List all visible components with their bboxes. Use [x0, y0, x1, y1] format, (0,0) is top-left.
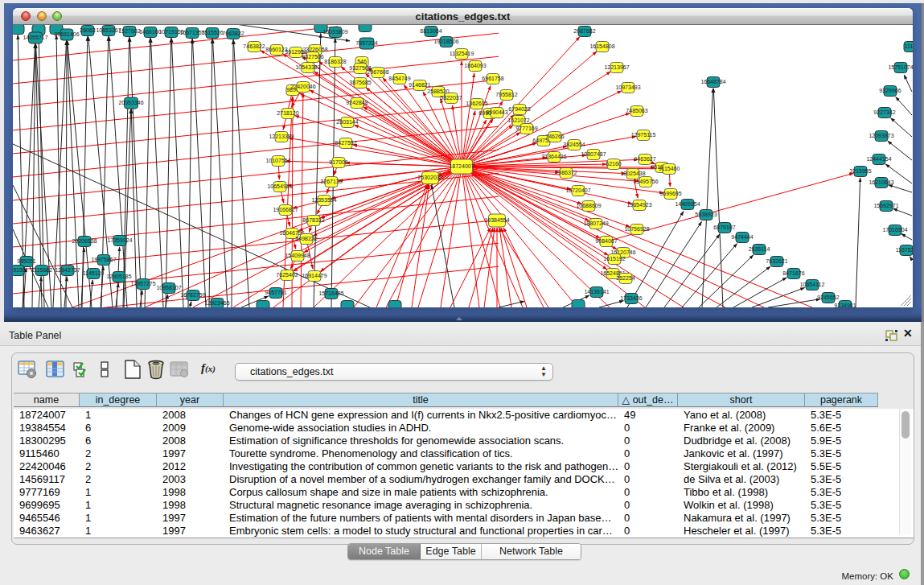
svg-text:12444154: 12444154	[866, 156, 891, 162]
svg-text:17359924: 17359924	[107, 237, 132, 243]
svg-text:16914479: 16914479	[302, 273, 326, 278]
svg-text:20691406: 20691406	[54, 31, 79, 37]
svg-text:19218506: 19218506	[433, 39, 458, 44]
svg-text:7857224: 7857224	[355, 40, 377, 46]
svg-text:5938923: 5938923	[695, 212, 717, 217]
svg-text:26063: 26063	[80, 27, 96, 33]
svg-text:5498222: 5498222	[295, 236, 317, 241]
svg-text:10756928: 10756928	[624, 226, 649, 232]
svg-text:9777169: 9777169	[515, 126, 537, 131]
svg-text:20206538: 20206538	[72, 238, 97, 244]
svg-text:9474444: 9474444	[731, 234, 753, 240]
svg-text:12975115: 12975115	[631, 132, 656, 138]
svg-text:9242848: 9242848	[346, 100, 368, 105]
svg-text:19975867: 19975867	[91, 257, 116, 262]
svg-text:12923465: 12923465	[204, 300, 229, 306]
svg-text:7986372: 7986372	[555, 170, 577, 175]
svg-text:15692971: 15692971	[873, 203, 898, 208]
svg-text:1527602: 1527602	[118, 28, 140, 34]
svg-text:14136141: 14136141	[584, 289, 609, 295]
svg-text:8454749: 8454749	[388, 76, 410, 81]
svg-text:1115682: 1115682	[31, 267, 52, 273]
svg-text:6879197: 6879197	[713, 225, 735, 230]
svg-text:8813054: 8813054	[420, 28, 441, 34]
svg-text:14055717: 14055717	[23, 35, 47, 40]
svg-text:15720407: 15720407	[565, 187, 590, 193]
svg-text:17016504: 17016504	[882, 227, 907, 233]
svg-text:18724007: 18724007	[449, 163, 474, 169]
svg-text:9327506: 9327506	[302, 54, 323, 60]
svg-text:10543382: 10543382	[295, 64, 320, 70]
svg-text:10653267: 10653267	[96, 27, 121, 33]
svg-text:9084067: 9084067	[595, 238, 617, 244]
svg-text:8186328: 8186328	[324, 59, 346, 64]
svg-text:7463822: 7463822	[243, 43, 265, 49]
svg-text:1112: 1112	[905, 43, 913, 49]
svg-text:9329966: 9329966	[879, 88, 901, 93]
svg-text:12942737: 12942737	[55, 267, 80, 273]
svg-text:10654923: 10654923	[267, 183, 292, 189]
svg-text:10688609: 10688609	[576, 203, 601, 208]
svg-text:12905185: 12905185	[106, 274, 131, 279]
svg-text:17957275: 17957275	[130, 281, 155, 286]
svg-text:15716485: 15716485	[318, 290, 343, 296]
svg-text:9234981: 9234981	[834, 303, 856, 307]
svg-text:10807487: 10807487	[581, 151, 606, 157]
svg-text:7632621: 7632621	[766, 258, 787, 264]
svg-text:8678332: 8678332	[302, 217, 324, 223]
svg-text:22420046: 22420046	[290, 84, 315, 89]
svg-text:12213389: 12213389	[269, 134, 294, 139]
svg-text:9227342: 9227342	[873, 109, 895, 115]
svg-text:2803144: 2803144	[336, 119, 358, 125]
svg-text:20053346: 20053346	[118, 100, 143, 105]
svg-text:1621072: 1621072	[507, 117, 529, 123]
svg-text:19654923: 19654923	[626, 202, 651, 208]
svg-text:19166827: 19166827	[273, 207, 298, 212]
svg-text:6961758: 6961758	[482, 76, 503, 81]
svg-text:9699695: 9699695	[659, 191, 681, 196]
svg-text:19384554: 19384554	[484, 217, 509, 223]
svg-text:917006: 917006	[329, 159, 347, 165]
svg-text:7955812: 7955812	[495, 92, 517, 97]
svg-text:8427552: 8427552	[335, 140, 356, 146]
svg-text:7485063: 7485063	[626, 108, 647, 113]
svg-text:1167534: 1167534	[896, 247, 913, 253]
svg-text:8990443: 8990443	[486, 109, 507, 115]
svg-text:9146821: 9146821	[409, 82, 430, 88]
svg-text:3267130: 3267130	[320, 179, 342, 184]
svg-text:252254: 252254	[616, 275, 634, 281]
svg-text:3824554: 3824554	[563, 142, 585, 147]
svg-text:2718120: 2718120	[277, 110, 298, 116]
svg-text:16210643: 16210643	[869, 179, 893, 185]
svg-text:9457791: 9457791	[265, 290, 286, 295]
svg-text:8471676: 8471676	[782, 270, 804, 276]
svg-text:12093873: 12093873	[869, 133, 893, 138]
svg-text:1615192: 1615192	[603, 256, 625, 262]
svg-text:2087682: 2087682	[573, 28, 595, 34]
svg-text:16033809: 16033809	[322, 29, 347, 35]
svg-text:15409948: 15409948	[285, 253, 310, 258]
svg-text:985051: 985051	[17, 258, 35, 264]
svg-text:1362615: 1362615	[466, 101, 487, 106]
svg-text:10973493: 10973493	[615, 84, 640, 90]
svg-text:39159: 39159	[13, 267, 26, 273]
svg-text:18807249: 18807249	[583, 220, 608, 226]
svg-text:14409954: 14409954	[675, 201, 700, 207]
svg-text:15751074: 15751074	[888, 64, 913, 70]
svg-text:7625402: 7625402	[276, 272, 298, 278]
svg-text:2967608: 2967608	[367, 69, 388, 75]
svg-text:746266: 746266	[545, 134, 564, 139]
svg-text:16782759: 16782759	[180, 292, 205, 298]
svg-text:1733426: 1733426	[620, 295, 642, 301]
svg-text:11325419: 11325419	[450, 51, 474, 56]
svg-text:7663822: 7663822	[222, 31, 244, 36]
svg-text:3875685: 3875685	[349, 80, 371, 85]
svg-text:10025438: 10025438	[620, 171, 645, 176]
svg-text:6794028: 6794028	[508, 106, 530, 112]
svg-text:1145119: 1145119	[83, 270, 104, 276]
svg-text:10958107: 10958107	[156, 285, 181, 290]
svg-text:21364436: 21364436	[541, 154, 566, 159]
svg-text:25302033: 25302033	[417, 175, 442, 180]
svg-text:10654112: 10654112	[800, 282, 825, 287]
svg-text:9115460: 9115460	[659, 166, 680, 171]
